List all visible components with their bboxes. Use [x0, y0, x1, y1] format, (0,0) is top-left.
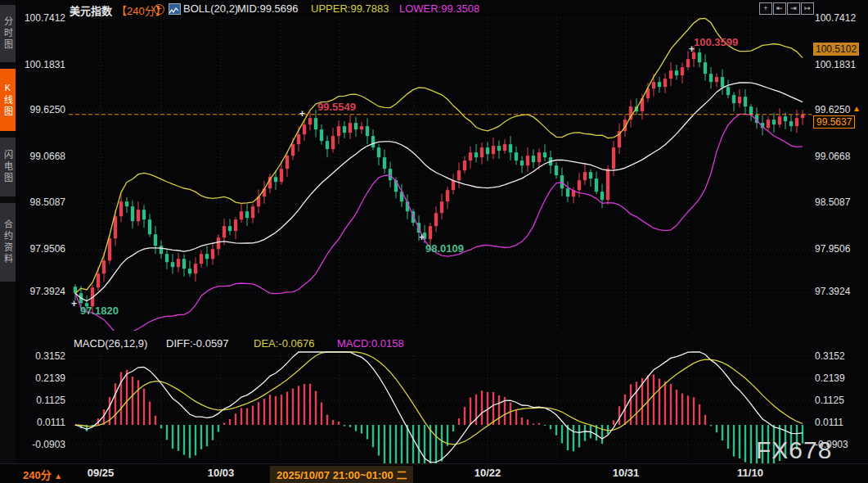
macd-tick: -0.0903: [20, 439, 65, 450]
price-alert-arrow-icon[interactable]: ▲: [852, 104, 861, 113]
price-tick: 99.0668: [20, 151, 65, 162]
chart-type-icon[interactable]: [169, 3, 181, 15]
last-price-badge: 99.5637: [813, 115, 855, 129]
boll-lower-value: LOWER:99.3508: [399, 2, 479, 15]
macd-diff-value: DIFF:-0.0597: [166, 337, 229, 350]
price-tick: 100.7412: [815, 12, 864, 24]
axis-right-icon[interactable]: ⇥: [787, 2, 800, 15]
date-tick: 10/31: [605, 467, 647, 479]
price-tick: 100.1831: [815, 59, 864, 70]
boll-upper-value: UPPER:99.7883: [311, 2, 389, 15]
swing-low-cross-marker: +: [419, 232, 425, 243]
date-tick: 09/25: [79, 467, 122, 479]
swing-high-cross-marker: +: [299, 108, 305, 120]
macd-title: MACD(26,12,9): [74, 337, 147, 350]
high-cross-marker: +: [689, 43, 695, 55]
price-tick: 98.5087: [20, 196, 65, 208]
macd-tick: 0.3152: [20, 350, 65, 362]
high-annotation: 100.3599: [694, 36, 738, 48]
price-tick: 100.1831: [20, 59, 65, 70]
time-axis-bar: 240分 ▲ 09/25 10/03 2025/10/07 21:00~01:0…: [0, 463, 868, 483]
macd-tick: 0.1125: [815, 395, 864, 406]
macd-dea-value: DEA:-0.0676: [254, 337, 314, 350]
axis-left-icon[interactable]: ⇤: [773, 2, 786, 15]
sidebar-tab-timeline[interactable]: 分时图: [0, 5, 16, 62]
symbol-title: 美元指数: [70, 2, 112, 18]
date-tick: 10/22: [466, 467, 509, 479]
high-mark-badge: 100.5102: [813, 43, 859, 56]
boll-mid-value: MID:99.5696: [237, 2, 298, 15]
macd-tick: 0.2139: [20, 372, 65, 384]
sidebar-tab-kline[interactable]: K线图: [0, 69, 16, 131]
price-tick: 97.3924: [815, 286, 864, 297]
chart-canvas[interactable]: [0, 0, 868, 483]
macd-tick: 0.0111: [20, 417, 65, 428]
macd-hist-value: MACD:0.0158: [337, 337, 404, 350]
date-tick: 11/10: [729, 467, 771, 479]
period-text: 240分: [23, 469, 52, 481]
price-tick: 99.6250: [20, 104, 65, 115]
swing-high-annotation: 99.5549: [317, 101, 356, 113]
hovered-bar-time: 2025/10/07 21:00~01:00 二: [270, 466, 413, 483]
low-annotation: 97.1820: [80, 305, 119, 317]
price-tick: 97.9506: [815, 243, 864, 255]
period-arrow-icon: ▲: [54, 472, 62, 481]
boll-label: BOLL(20,2): [183, 2, 238, 15]
price-tick: 100.7412: [20, 12, 65, 24]
sidebar: 分时图 K线图 闪电图 合约资料: [0, 0, 16, 483]
macd-tick: 0.3152: [815, 350, 864, 362]
macd-tick: 0.2139: [815, 372, 864, 384]
shift-right-icon[interactable]: ↦: [801, 2, 814, 15]
date-tick: 10/03: [200, 467, 242, 479]
macd-tick: 0.1125: [20, 395, 65, 406]
price-tick: 98.5087: [815, 196, 864, 208]
price-tick: 97.9506: [20, 243, 65, 255]
price-tick: 99.0668: [815, 151, 864, 162]
swing-low-annotation: 98.0109: [425, 242, 464, 255]
macd-tick: 0.0111: [815, 417, 864, 428]
price-tick: 97.3924: [20, 286, 65, 297]
low-cross-marker: +: [71, 298, 77, 309]
add-indicator-icon[interactable]: +: [154, 4, 164, 15]
sidebar-tab-contract-info[interactable]: 合约资料: [0, 203, 16, 282]
app-window: { "header": { "symbol": "美元指数", "period"…: [0, 0, 868, 483]
sidebar-tab-lightning[interactable]: 闪电图: [0, 138, 16, 196]
period-selector[interactable]: 240分 ▲: [23, 467, 62, 482]
crosshair-icon[interactable]: +: [759, 2, 772, 15]
fx678-watermark: FX678: [756, 436, 832, 464]
